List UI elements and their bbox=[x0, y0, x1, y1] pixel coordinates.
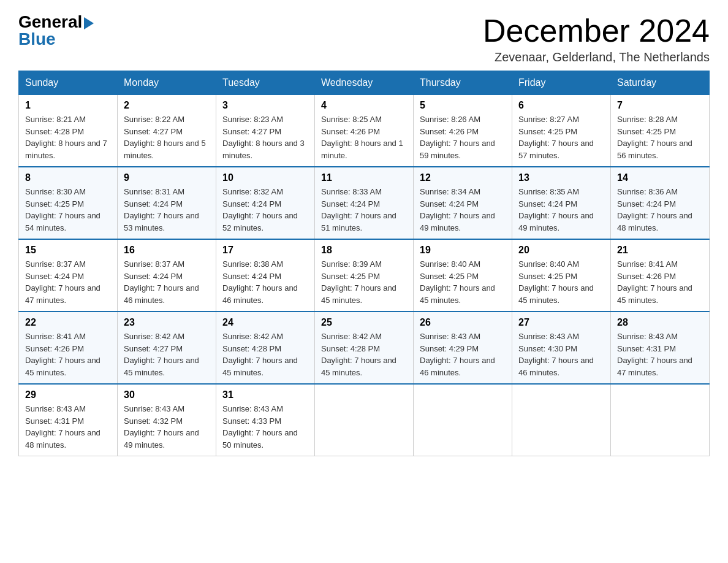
day-number: 5 bbox=[420, 100, 506, 111]
day-info: Sunrise: 8:43 AM Sunset: 4:32 PM Dayligh… bbox=[124, 403, 210, 451]
table-row: 7 Sunrise: 8:28 AM Sunset: 4:25 PM Dayli… bbox=[611, 95, 710, 167]
day-info: Sunrise: 8:41 AM Sunset: 4:26 PM Dayligh… bbox=[25, 331, 111, 378]
table-row: 22 Sunrise: 8:41 AM Sunset: 4:26 PM Dayl… bbox=[19, 312, 118, 384]
day-info: Sunrise: 8:43 AM Sunset: 4:33 PM Dayligh… bbox=[222, 403, 308, 451]
day-info: Sunrise: 8:43 AM Sunset: 4:29 PM Dayligh… bbox=[420, 331, 506, 378]
col-wednesday: Wednesday bbox=[315, 71, 414, 95]
day-info: Sunrise: 8:43 AM Sunset: 4:30 PM Dayligh… bbox=[518, 331, 604, 378]
day-number: 9 bbox=[124, 172, 210, 183]
table-row: 24 Sunrise: 8:42 AM Sunset: 4:28 PM Dayl… bbox=[216, 312, 315, 384]
table-row: 25 Sunrise: 8:42 AM Sunset: 4:28 PM Dayl… bbox=[315, 312, 414, 384]
table-row: 26 Sunrise: 8:43 AM Sunset: 4:29 PM Dayl… bbox=[414, 312, 512, 384]
table-row bbox=[315, 384, 414, 456]
table-row: 4 Sunrise: 8:25 AM Sunset: 4:26 PM Dayli… bbox=[315, 95, 414, 167]
table-row: 21 Sunrise: 8:41 AM Sunset: 4:26 PM Dayl… bbox=[611, 239, 710, 312]
logo: General Blue bbox=[18, 12, 94, 49]
table-row: 20 Sunrise: 8:40 AM Sunset: 4:25 PM Dayl… bbox=[512, 239, 611, 312]
day-info: Sunrise: 8:36 AM Sunset: 4:24 PM Dayligh… bbox=[617, 186, 703, 234]
table-row: 9 Sunrise: 8:31 AM Sunset: 4:24 PM Dayli… bbox=[118, 167, 216, 239]
day-number: 28 bbox=[617, 317, 703, 328]
day-number: 19 bbox=[420, 245, 506, 256]
day-number: 1 bbox=[25, 100, 111, 111]
day-info: Sunrise: 8:32 AM Sunset: 4:24 PM Dayligh… bbox=[222, 186, 308, 234]
day-number: 23 bbox=[124, 317, 210, 328]
table-row: 10 Sunrise: 8:32 AM Sunset: 4:24 PM Dayl… bbox=[216, 167, 315, 239]
day-info: Sunrise: 8:43 AM Sunset: 4:31 PM Dayligh… bbox=[25, 403, 111, 451]
day-number: 12 bbox=[420, 172, 506, 183]
table-row: 28 Sunrise: 8:43 AM Sunset: 4:31 PM Dayl… bbox=[611, 312, 710, 384]
day-number: 8 bbox=[25, 172, 111, 183]
location-subtitle: Zevenaar, Gelderland, The Netherlands bbox=[483, 50, 710, 64]
table-row bbox=[611, 384, 710, 456]
table-row: 29 Sunrise: 8:43 AM Sunset: 4:31 PM Dayl… bbox=[19, 384, 118, 456]
table-row: 30 Sunrise: 8:43 AM Sunset: 4:32 PM Dayl… bbox=[118, 384, 216, 456]
table-row: 18 Sunrise: 8:39 AM Sunset: 4:25 PM Dayl… bbox=[315, 239, 414, 312]
day-number: 7 bbox=[617, 100, 703, 111]
table-row bbox=[414, 384, 512, 456]
day-number: 3 bbox=[222, 100, 308, 111]
day-number: 10 bbox=[222, 172, 308, 183]
table-row: 8 Sunrise: 8:30 AM Sunset: 4:25 PM Dayli… bbox=[19, 167, 118, 239]
col-friday: Friday bbox=[512, 71, 611, 95]
day-number: 21 bbox=[617, 245, 703, 256]
table-row: 17 Sunrise: 8:38 AM Sunset: 4:24 PM Dayl… bbox=[216, 239, 315, 312]
day-info: Sunrise: 8:27 AM Sunset: 4:25 PM Dayligh… bbox=[518, 113, 604, 161]
col-saturday: Saturday bbox=[611, 71, 710, 95]
day-number: 30 bbox=[124, 389, 210, 400]
day-number: 29 bbox=[25, 389, 111, 400]
day-number: 25 bbox=[321, 317, 407, 328]
table-row: 6 Sunrise: 8:27 AM Sunset: 4:25 PM Dayli… bbox=[512, 95, 611, 167]
page-header: General Blue December 2024 Zevenaar, Gel… bbox=[18, 12, 710, 64]
day-number: 4 bbox=[321, 100, 407, 111]
day-info: Sunrise: 8:39 AM Sunset: 4:25 PM Dayligh… bbox=[321, 258, 407, 306]
day-number: 6 bbox=[518, 100, 604, 111]
table-row: 15 Sunrise: 8:37 AM Sunset: 4:24 PM Dayl… bbox=[19, 239, 118, 312]
day-number: 14 bbox=[617, 172, 703, 183]
table-row: 14 Sunrise: 8:36 AM Sunset: 4:24 PM Dayl… bbox=[611, 167, 710, 239]
calendar-week-4: 22 Sunrise: 8:41 AM Sunset: 4:26 PM Dayl… bbox=[19, 312, 710, 384]
day-info: Sunrise: 8:23 AM Sunset: 4:27 PM Dayligh… bbox=[222, 113, 308, 161]
day-info: Sunrise: 8:30 AM Sunset: 4:25 PM Dayligh… bbox=[25, 186, 111, 234]
day-number: 2 bbox=[124, 100, 210, 111]
day-info: Sunrise: 8:37 AM Sunset: 4:24 PM Dayligh… bbox=[124, 258, 210, 306]
table-row: 31 Sunrise: 8:43 AM Sunset: 4:33 PM Dayl… bbox=[216, 384, 315, 456]
day-info: Sunrise: 8:25 AM Sunset: 4:26 PM Dayligh… bbox=[321, 113, 407, 161]
day-info: Sunrise: 8:22 AM Sunset: 4:27 PM Dayligh… bbox=[124, 113, 210, 161]
calendar-week-5: 29 Sunrise: 8:43 AM Sunset: 4:31 PM Dayl… bbox=[19, 384, 710, 456]
logo-blue-text: Blue bbox=[18, 29, 94, 49]
logo-triangle-icon bbox=[84, 17, 94, 29]
col-tuesday: Tuesday bbox=[216, 71, 315, 95]
day-info: Sunrise: 8:28 AM Sunset: 4:25 PM Dayligh… bbox=[617, 113, 703, 161]
day-info: Sunrise: 8:26 AM Sunset: 4:26 PM Dayligh… bbox=[420, 113, 506, 161]
table-row: 11 Sunrise: 8:33 AM Sunset: 4:24 PM Dayl… bbox=[315, 167, 414, 239]
day-number: 16 bbox=[124, 245, 210, 256]
day-info: Sunrise: 8:40 AM Sunset: 4:25 PM Dayligh… bbox=[420, 258, 506, 306]
calendar-table: Sunday Monday Tuesday Wednesday Thursday… bbox=[18, 71, 710, 456]
day-number: 27 bbox=[518, 317, 604, 328]
day-info: Sunrise: 8:42 AM Sunset: 4:27 PM Dayligh… bbox=[124, 331, 210, 378]
col-thursday: Thursday bbox=[414, 71, 512, 95]
day-info: Sunrise: 8:33 AM Sunset: 4:24 PM Dayligh… bbox=[321, 186, 407, 234]
day-number: 22 bbox=[25, 317, 111, 328]
table-row: 19 Sunrise: 8:40 AM Sunset: 4:25 PM Dayl… bbox=[414, 239, 512, 312]
day-info: Sunrise: 8:42 AM Sunset: 4:28 PM Dayligh… bbox=[321, 331, 407, 378]
col-monday: Monday bbox=[118, 71, 216, 95]
calendar-week-1: 1 Sunrise: 8:21 AM Sunset: 4:28 PM Dayli… bbox=[19, 95, 710, 167]
day-number: 15 bbox=[25, 245, 111, 256]
day-number: 26 bbox=[420, 317, 506, 328]
day-info: Sunrise: 8:21 AM Sunset: 4:28 PM Dayligh… bbox=[25, 113, 111, 161]
table-row: 23 Sunrise: 8:42 AM Sunset: 4:27 PM Dayl… bbox=[118, 312, 216, 384]
day-info: Sunrise: 8:42 AM Sunset: 4:28 PM Dayligh… bbox=[222, 331, 308, 378]
day-info: Sunrise: 8:37 AM Sunset: 4:24 PM Dayligh… bbox=[25, 258, 111, 306]
calendar-header-row: Sunday Monday Tuesday Wednesday Thursday… bbox=[19, 71, 710, 95]
table-row: 13 Sunrise: 8:35 AM Sunset: 4:24 PM Dayl… bbox=[512, 167, 611, 239]
day-number: 17 bbox=[222, 245, 308, 256]
table-row: 27 Sunrise: 8:43 AM Sunset: 4:30 PM Dayl… bbox=[512, 312, 611, 384]
calendar-week-3: 15 Sunrise: 8:37 AM Sunset: 4:24 PM Dayl… bbox=[19, 239, 710, 312]
day-info: Sunrise: 8:43 AM Sunset: 4:31 PM Dayligh… bbox=[617, 331, 703, 378]
day-info: Sunrise: 8:31 AM Sunset: 4:24 PM Dayligh… bbox=[124, 186, 210, 234]
day-number: 18 bbox=[321, 245, 407, 256]
table-row: 2 Sunrise: 8:22 AM Sunset: 4:27 PM Dayli… bbox=[118, 95, 216, 167]
day-number: 13 bbox=[518, 172, 604, 183]
day-info: Sunrise: 8:41 AM Sunset: 4:26 PM Dayligh… bbox=[617, 258, 703, 306]
